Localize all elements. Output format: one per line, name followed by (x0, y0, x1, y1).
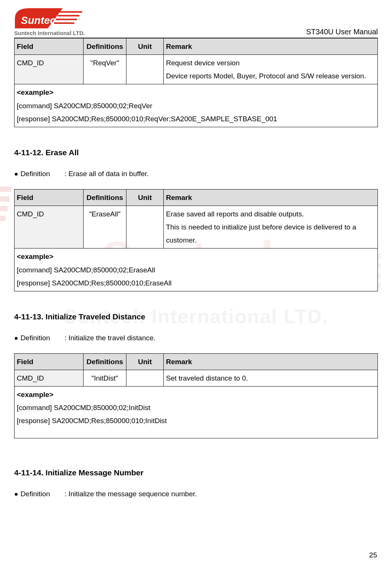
example-command: [command] SA200CMD;850000;02;InitDist (17, 404, 150, 412)
cell-definition: "InitDist" (84, 370, 126, 386)
suntech-logo-icon: Suntech (14, 7, 85, 29)
cell-field: CMD_ID (15, 370, 84, 386)
example-label: <example> (17, 88, 53, 96)
example-command: [command] SA200CMD;850000;02;EraseAll (17, 266, 155, 274)
cell-unit (126, 206, 164, 248)
example-label: <example> (17, 391, 53, 398)
document-title: ST340U User Manual (306, 28, 378, 36)
initdist-table: Field Definitions Unit Remark CMD_ID "In… (14, 353, 378, 438)
table-header-remark: Remark (164, 38, 378, 55)
table-header-unit: Unit (126, 38, 164, 55)
cell-field: CMD_ID (15, 55, 84, 84)
bullet-icon: ● (14, 490, 18, 498)
cell-unit (126, 55, 164, 84)
logo-company-text: Suntech International LTD. (14, 30, 85, 36)
definition-text: : Initialize the travel distance. (65, 334, 156, 342)
cell-remark: Set traveled distance to 0. (164, 370, 378, 386)
definition-label: Definition (21, 490, 65, 498)
definition-text: : Erase all of data in buffer. (65, 170, 149, 178)
cell-remark: Erase saved all reports and disable outp… (164, 206, 378, 248)
example-response: [response] SA200CMD;Res;850000;010;ReqVe… (17, 115, 277, 123)
table-header-field: Field (15, 353, 84, 370)
bullet-icon: ● (14, 170, 18, 178)
table-row-example: <example> [command] SA200CMD;850000;02;R… (15, 84, 378, 127)
table-row: CMD_ID "InitDist" Set traveled distance … (15, 370, 378, 386)
reqver-table: Field Definitions Unit Remark CMD_ID "Re… (14, 38, 378, 127)
remark-text-2: This is needed to initialize just before… (166, 223, 356, 244)
table-header-field: Field (15, 189, 84, 206)
example-response: [response] SA200CMD;Res;850000;010;Erase… (17, 279, 172, 287)
eraseall-table: Field Definitions Unit Remark CMD_ID "Er… (14, 189, 378, 291)
cell-unit (126, 370, 164, 386)
table-header-unit: Unit (126, 189, 164, 206)
bullet-icon: ● (14, 334, 18, 342)
cell-example: <example> [command] SA200CMD;850000;02;E… (15, 248, 378, 291)
definition-row: ● Definition : Erase all of data in buff… (14, 170, 378, 178)
remark-text-1: Erase saved all reports and disable outp… (166, 210, 304, 218)
table-header-remark: Remark (164, 353, 378, 370)
table-header-definitions: Definitions (84, 38, 126, 55)
remark-text-2: Device reports Model, Buyer, Protocol an… (166, 72, 366, 80)
page-header: Suntech Suntech International LTD. ST340… (14, 7, 378, 38)
definition-row: ● Definition : Initialize the message se… (14, 490, 378, 498)
cell-example: <example> [command] SA200CMD;850000;02;R… (15, 84, 378, 127)
table-header-field: Field (15, 38, 84, 55)
definition-row: ● Definition : Initialize the travel dis… (14, 334, 378, 342)
page-number: 25 (369, 551, 377, 559)
svg-text:Suntech: Suntech (21, 15, 62, 26)
definition-label: Definition (21, 334, 65, 342)
cell-example: <example> [command] SA200CMD;850000;02;I… (15, 387, 378, 438)
table-header-definitions: Definitions (84, 353, 126, 370)
table-header-remark: Remark (164, 189, 378, 206)
example-command: [command] SA200CMD;850000;02;ReqVer (17, 102, 152, 110)
cell-definition: "ReqVer" (84, 55, 126, 84)
table-row-example: <example> [command] SA200CMD;850000;02;I… (15, 387, 378, 438)
table-row: CMD_ID "ReqVer" Request device version D… (15, 55, 378, 84)
table-row-example: <example> [command] SA200CMD;850000;02;E… (15, 248, 378, 291)
example-response: [response] SA200CMD;Res;850000;010;InitD… (17, 417, 167, 425)
definition-text: : Initialize the message sequence number… (65, 490, 197, 498)
cell-definition: "EraseAll" (84, 206, 126, 248)
definition-label: Definition (21, 170, 65, 178)
section-heading-erase-all: 4-11-12. Erase All (14, 148, 378, 157)
table-header-definitions: Definitions (84, 189, 126, 206)
cell-field: CMD_ID (15, 206, 84, 248)
cell-remark: Request device version Device reports Mo… (164, 55, 378, 84)
section-heading-init-dist: 4-11-13. Initialize Traveled Distance (14, 312, 378, 321)
table-row: CMD_ID "EraseAll" Erase saved all report… (15, 206, 378, 248)
section-heading-init-msg: 4-11-14. Initialize Message Number (14, 468, 378, 477)
remark-text-1: Request device version (166, 59, 240, 67)
example-label: <example> (17, 253, 53, 260)
table-header-unit: Unit (126, 353, 164, 370)
